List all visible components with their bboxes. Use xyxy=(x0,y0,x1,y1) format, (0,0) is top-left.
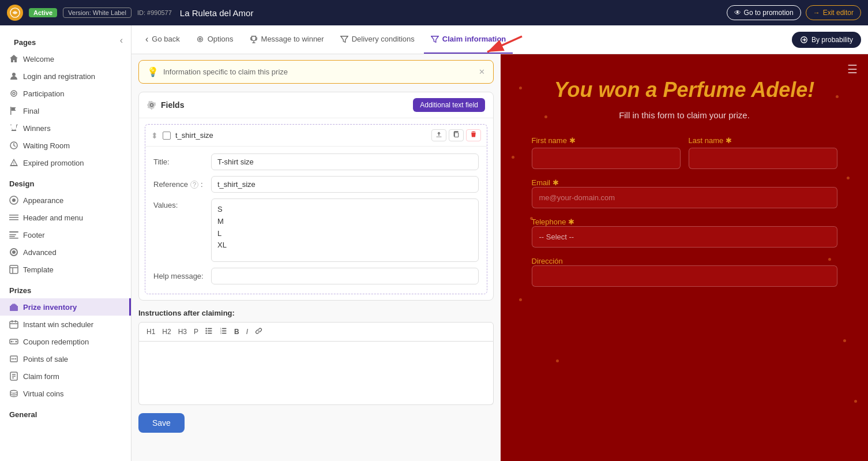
toolbar-italic-button[interactable]: I xyxy=(243,326,251,338)
toolbar-p-button[interactable]: P xyxy=(191,326,201,338)
sidebar-label-expired: Expired promotion xyxy=(23,159,84,167)
tab-message-to-winner[interactable]: Message to winner xyxy=(243,25,331,54)
sidebar-item-instant-win[interactable]: Instant win scheduler xyxy=(0,316,131,333)
tab-go-back-label: Go back xyxy=(152,35,179,43)
telephone-group: Telephone ✱ -- Select -- xyxy=(532,218,837,248)
field-upload-button[interactable] xyxy=(431,129,446,141)
options-icon xyxy=(196,35,204,43)
sidebar-item-final[interactable]: Final xyxy=(0,102,131,119)
sidebar-item-pos[interactable]: Points of sale xyxy=(0,350,131,368)
svg-rect-11 xyxy=(9,231,18,233)
claim-form-icon xyxy=(9,372,18,381)
fields-title: Fields xyxy=(147,100,184,110)
additional-text-field-button[interactable]: Additional text field xyxy=(413,98,485,112)
direccion-group: Dirección xyxy=(532,257,837,287)
tab-delivery-conditions[interactable]: Delivery conditions xyxy=(333,25,422,54)
sidebar-label-template: Template xyxy=(23,265,54,274)
menu-icon[interactable]: ☰ xyxy=(847,62,858,76)
svg-rect-9 xyxy=(9,217,18,218)
calendar-icon xyxy=(9,320,18,329)
tab-go-back[interactable]: ‹ Go back xyxy=(138,25,187,54)
telephone-select[interactable]: -- Select -- xyxy=(532,226,837,248)
first-name-input[interactable] xyxy=(532,148,681,169)
sidebar-item-virtual-coins[interactable]: Virtual coins xyxy=(0,385,131,402)
sidebar-item-advanced[interactable]: Advanced xyxy=(0,243,131,261)
tab-claim-label: Claim information xyxy=(442,35,506,43)
main-layout: Pages ‹ Welcome Login and registration P… xyxy=(0,25,868,461)
nav-tabs: ‹ Go back Options Message to winner Deli… xyxy=(131,25,868,54)
sidebar-item-participation[interactable]: Participation xyxy=(0,85,131,102)
sidebar-label-header: Header and menu xyxy=(23,213,83,222)
drag-handle-icon[interactable]: ⬍ xyxy=(151,131,158,140)
info-icon: 💡 xyxy=(147,66,159,77)
pos-icon xyxy=(9,354,18,363)
sidebar-item-waiting-room[interactable]: Waiting Room xyxy=(0,137,131,154)
gift-icon xyxy=(9,302,18,312)
sidebar-item-prize-inventory[interactable]: Prize inventory xyxy=(0,298,131,316)
exit-editor-button[interactable]: → Exit editor xyxy=(806,5,861,20)
sidebar-label-participation: Participation xyxy=(23,89,65,98)
instructions-label: Instructions after claiming: xyxy=(138,309,494,317)
svg-rect-51 xyxy=(222,328,226,329)
sidebar-item-coupon[interactable]: Coupon redemption xyxy=(0,333,131,350)
sidebar-item-claim-form[interactable]: Claim form xyxy=(0,368,131,385)
tab-options[interactable]: Options xyxy=(189,25,241,54)
first-name-group: First name ✱ xyxy=(532,136,681,169)
svg-point-48 xyxy=(205,328,206,329)
help-input[interactable] xyxy=(211,268,479,284)
sidebar-item-header[interactable]: Header and menu xyxy=(0,209,131,226)
by-probability-button[interactable]: By probability xyxy=(792,32,861,48)
upload-icon xyxy=(435,131,442,138)
info-text: Information specific to claim this prize xyxy=(163,68,288,76)
field-name-label: t_shirt_size xyxy=(175,131,427,140)
sidebar-item-login[interactable]: Login and registration xyxy=(0,68,131,85)
toolbar-h3-button[interactable]: H3 xyxy=(175,326,190,338)
svg-rect-47 xyxy=(208,333,212,334)
values-textarea[interactable]: S M L XL xyxy=(211,198,479,262)
reference-label: Reference ? : xyxy=(153,180,211,189)
direccion-input[interactable] xyxy=(532,265,837,287)
svg-point-50 xyxy=(205,332,206,333)
toolbar-h2-button[interactable]: H2 xyxy=(159,326,174,338)
tab-claim-information[interactable]: Claim information xyxy=(424,25,513,54)
coins-icon xyxy=(9,389,18,398)
sidebar-item-expired[interactable]: Expired promotion xyxy=(0,154,131,171)
field-delete-button[interactable] xyxy=(466,129,481,141)
field-item-header: ⬍ t_shirt_size xyxy=(145,125,487,147)
toolbar-ol-button[interactable]: 123 xyxy=(217,325,230,338)
svg-point-36 xyxy=(10,391,17,393)
sidebar-pages-title: Pages xyxy=(5,30,45,50)
footer-icon xyxy=(9,230,18,239)
toolbar-bold-button[interactable]: B xyxy=(231,326,242,338)
toolbar-link-button[interactable] xyxy=(252,325,265,338)
svg-rect-31 xyxy=(15,358,16,359)
toolbar-h1-button[interactable]: H1 xyxy=(144,326,158,338)
help-row: Help message: xyxy=(153,268,479,284)
sidebar-item-appearance[interactable]: Appearance xyxy=(0,192,131,209)
go-to-promotion-button[interactable]: 👁 Go to promotion xyxy=(727,5,801,20)
id-badge: ID: #990577 xyxy=(137,9,172,16)
email-input[interactable] xyxy=(532,187,837,208)
svg-point-3 xyxy=(13,92,15,95)
reference-input[interactable] xyxy=(211,176,479,193)
values-row: Values: S M L XL xyxy=(153,198,479,262)
title-input[interactable] xyxy=(211,153,479,170)
topbar-actions: 👁 Go to promotion → Exit editor xyxy=(727,5,861,20)
last-name-group: Last name ✱ xyxy=(689,136,837,169)
last-name-input[interactable] xyxy=(689,148,837,169)
field-copy-button[interactable] xyxy=(449,129,464,141)
instructions-editor-body[interactable] xyxy=(138,342,494,405)
sidebar-collapse-button[interactable]: ‹ xyxy=(117,34,126,47)
copy-icon xyxy=(453,131,460,138)
sidebar-item-winners[interactable]: Winners xyxy=(0,119,131,137)
save-button[interactable]: Save xyxy=(138,413,185,433)
toolbar-ul-button[interactable] xyxy=(202,325,216,338)
sidebar-item-template[interactable]: Template xyxy=(0,261,131,278)
sidebar-item-footer[interactable]: Footer xyxy=(0,226,131,243)
svg-point-26 xyxy=(16,341,17,343)
help-label: Help message: xyxy=(153,272,211,280)
sidebar-item-welcome[interactable]: Welcome xyxy=(0,50,131,68)
warning-icon xyxy=(9,158,18,167)
info-close-icon[interactable]: ✕ xyxy=(479,68,485,76)
topbar: Active Version: White Label ID: #990577 … xyxy=(0,0,868,25)
